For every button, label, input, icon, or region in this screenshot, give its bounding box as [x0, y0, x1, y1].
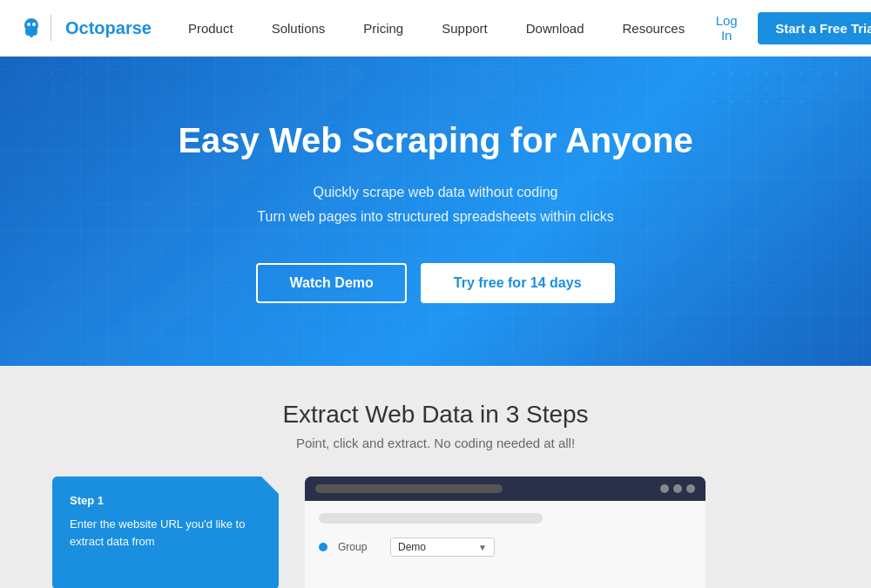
hero-subtitle: Quickly scrape web data without coding T…	[178, 180, 692, 227]
svg-point-15	[800, 72, 803, 76]
svg-point-22	[782, 86, 786, 90]
svg-point-21	[765, 86, 768, 90]
svg-point-14	[782, 72, 786, 76]
svg-point-25	[834, 86, 838, 90]
browser-inner-address	[319, 513, 543, 524]
svg-point-33	[51, 72, 54, 76]
svg-point-3	[32, 27, 37, 36]
brand[interactable]: Octoparse	[17, 14, 152, 42]
browser-body: Group Demo ▼	[305, 501, 706, 588]
nav-resources[interactable]: Resources	[603, 0, 704, 57]
section-subtitle: Point, click and extract. No coding need…	[52, 436, 819, 450]
svg-point-19	[730, 86, 733, 90]
svg-point-30	[782, 100, 786, 104]
browser-dot-3	[686, 484, 695, 493]
section-title: Extract Web Data in 3 Steps	[52, 401, 819, 429]
svg-point-35	[85, 72, 89, 76]
svg-point-28	[747, 100, 751, 104]
browser-content-row1: Group Demo ▼	[319, 537, 692, 557]
browser-url-bar	[315, 484, 503, 493]
bottom-content: Step 1 Enter the website URL you'd like …	[52, 476, 819, 588]
browser-blue-dot	[319, 543, 327, 551]
svg-point-32	[33, 72, 37, 76]
group-value: Demo	[398, 541, 426, 553]
svg-point-29	[765, 100, 768, 104]
group-input[interactable]: Demo ▼	[390, 537, 495, 557]
hero-buttons: Watch Demo Try free for 14 days	[178, 263, 692, 303]
svg-point-27	[730, 100, 733, 104]
navbar: Octoparse Product Solutions Pricing Supp…	[0, 0, 871, 57]
browser-dots	[660, 484, 695, 493]
brand-divider	[51, 15, 51, 41]
svg-point-37	[51, 86, 54, 90]
hero-title: Easy Web Scraping for Anyone	[178, 119, 692, 161]
svg-point-10	[712, 72, 716, 76]
svg-point-26	[712, 100, 716, 104]
step-corner	[261, 476, 279, 494]
svg-point-38	[68, 86, 71, 90]
nav-product[interactable]: Product	[169, 0, 253, 57]
login-button[interactable]: Log In	[704, 6, 749, 50]
hero-subtitle-line2: Turn web pages into structured spreadshe…	[178, 205, 692, 228]
step1-label: Step 1	[70, 494, 261, 507]
hero-content: Easy Web Scraping for Anyone Quickly scr…	[178, 119, 692, 302]
bottom-section: Extract Web Data in 3 Steps Point, click…	[0, 366, 871, 588]
nav-support[interactable]: Support	[422, 0, 507, 57]
step1-card: Step 1 Enter the website URL you'd like …	[52, 476, 279, 588]
svg-point-11	[730, 72, 733, 76]
svg-point-24	[817, 86, 820, 90]
nav-solutions[interactable]: Solutions	[253, 0, 345, 57]
browser-address-area	[315, 484, 655, 493]
nav-links: Product Solutions Pricing Support Downlo…	[169, 0, 704, 57]
browser-topbar	[305, 476, 706, 501]
group-label: Group	[338, 541, 381, 553]
browser-dot-1	[660, 484, 669, 493]
svg-point-18	[712, 86, 716, 90]
svg-point-17	[834, 72, 838, 76]
try-free-button[interactable]: Try free for 14 days	[421, 263, 615, 303]
nav-download[interactable]: Download	[507, 0, 604, 57]
browser-mockup: Group Demo ▼	[305, 476, 706, 588]
svg-point-31	[800, 100, 803, 104]
svg-point-34	[68, 72, 71, 76]
browser-dot-2	[673, 484, 682, 493]
start-trial-button[interactable]: Start a Free Trial	[758, 12, 871, 44]
browser-field-container: Group Demo ▼	[338, 537, 692, 557]
brand-logo-icon	[17, 14, 45, 42]
nav-pricing[interactable]: Pricing	[344, 0, 422, 57]
svg-point-20	[747, 86, 751, 90]
svg-point-23	[800, 86, 803, 90]
hero-section: Easy Web Scraping for Anyone Quickly scr…	[0, 57, 871, 366]
svg-point-16	[817, 72, 820, 76]
svg-point-13	[765, 72, 768, 76]
step1-text: Enter the website URL you'd like to extr…	[70, 516, 261, 550]
svg-point-36	[33, 86, 37, 90]
hero-subtitle-line1: Quickly scrape web data without coding	[178, 180, 692, 204]
svg-point-39	[85, 86, 89, 90]
chevron-down-icon: ▼	[478, 543, 487, 552]
nav-actions: Log In Start a Free Trial 🌐	[704, 6, 871, 50]
brand-name: Octoparse	[65, 18, 152, 38]
watch-demo-button[interactable]: Watch Demo	[256, 263, 406, 303]
svg-point-12	[747, 72, 751, 76]
svg-point-4	[27, 23, 30, 26]
svg-point-5	[32, 23, 36, 26]
